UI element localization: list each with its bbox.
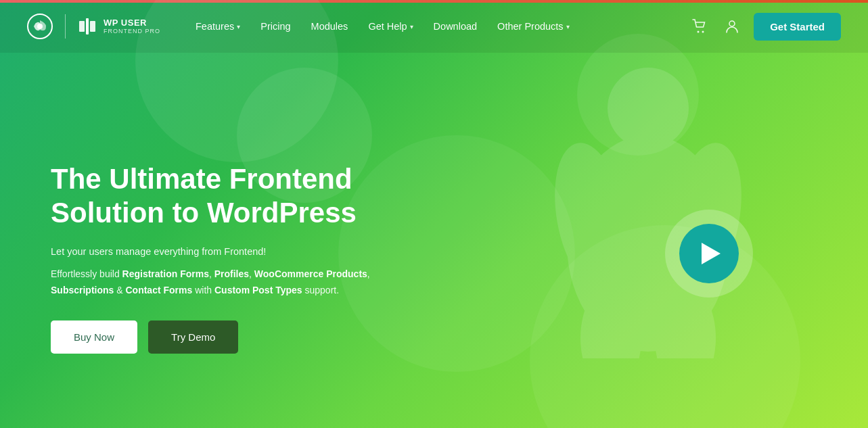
bg-circle-3 — [338, 135, 575, 372]
navigation: WP USER FRONTEND PRO Features ▾ Pricing … — [0, 0, 868, 53]
chevron-down-icon: ▾ — [410, 23, 413, 30]
svg-rect-9 — [86, 18, 89, 34]
svg-point-0 — [608, 68, 689, 149]
nav-links: Features ▾ Pricing Modules Get Help ▾ Do… — [187, 16, 689, 37]
logo-text: WP USER FRONTEND PRO — [104, 18, 160, 34]
nav-item-pricing[interactable]: Pricing — [252, 16, 298, 37]
nav-item-modules[interactable]: Modules — [303, 16, 357, 37]
hero-content: The Ultimate Frontend Solution to WordPr… — [51, 162, 370, 354]
play-triangle-icon — [702, 243, 721, 264]
svg-rect-10 — [90, 21, 95, 32]
user-account-icon[interactable] — [721, 16, 743, 37]
svg-rect-8 — [79, 21, 85, 32]
hero-title: The Ultimate Frontend Solution to WordPr… — [51, 162, 370, 231]
svg-point-7 — [37, 24, 43, 29]
buy-now-button[interactable]: Buy Now — [51, 320, 137, 354]
nav-item-other-products[interactable]: Other Products ▾ — [489, 16, 578, 37]
nav-item-get-help[interactable]: Get Help ▾ — [360, 16, 421, 37]
svg-point-11 — [698, 31, 700, 33]
logo-brand-name: WP USER — [104, 18, 147, 28]
play-button-container[interactable] — [665, 210, 753, 298]
hero-section: WP USER FRONTEND PRO Features ▾ Pricing … — [0, 0, 868, 428]
svg-point-2 — [545, 137, 637, 295]
logo-icon — [27, 14, 53, 39]
logo-tagline: FRONTEND PRO — [104, 28, 160, 34]
chevron-down-icon: ▾ — [566, 23, 570, 30]
hero-buttons: Buy Now Try Demo — [51, 320, 370, 354]
cart-icon[interactable] — [689, 16, 710, 37]
try-demo-button[interactable]: Try Demo — [148, 320, 238, 354]
hero-description: Effortlessly build Registration Forms, P… — [51, 266, 370, 299]
get-started-button[interactable]: Get Started — [754, 13, 841, 41]
nav-item-download[interactable]: Download — [426, 16, 486, 37]
logo[interactable]: WP USER FRONTEND PRO — [27, 14, 160, 39]
nav-item-features[interactable]: Features ▾ — [187, 16, 248, 37]
wp-user-icon — [78, 17, 97, 36]
play-button-outer[interactable] — [665, 210, 753, 298]
play-button-inner[interactable] — [679, 224, 739, 283]
svg-point-13 — [729, 21, 735, 26]
nav-actions: Get Started — [689, 13, 841, 41]
svg-point-12 — [702, 31, 704, 33]
chevron-down-icon: ▾ — [237, 23, 240, 30]
svg-point-4 — [580, 284, 641, 358]
logo-divider — [65, 14, 66, 39]
hero-subtitle: Let your users manage everything from Fr… — [51, 244, 370, 260]
bg-person-silhouette — [530, 54, 767, 358]
